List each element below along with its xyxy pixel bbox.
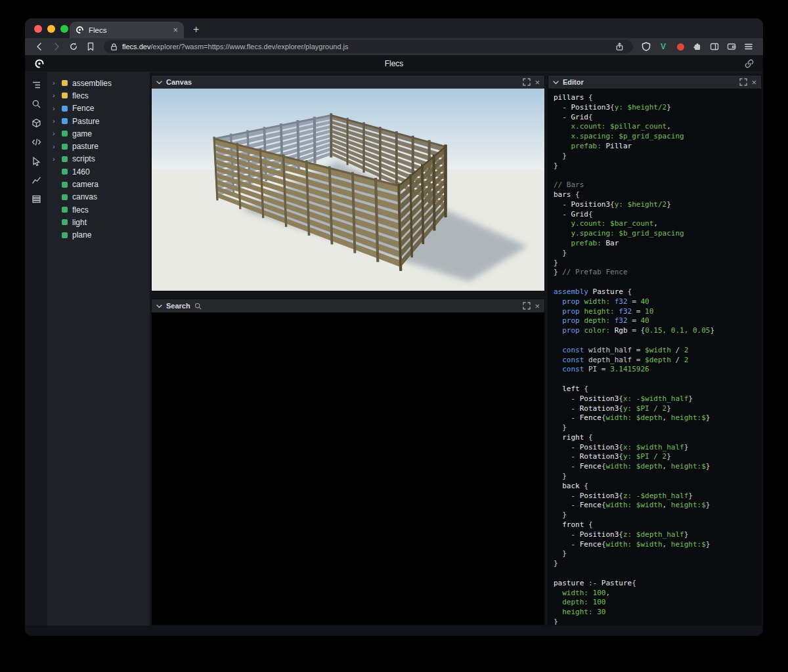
code-line: } [554, 152, 756, 161]
entity-color-square [62, 219, 68, 225]
tab-close-icon[interactable]: × [173, 26, 178, 34]
code-line: - Fence{width: $depth, height:$} [554, 413, 756, 423]
code-line: } [554, 472, 756, 482]
expand-icon[interactable] [523, 78, 531, 86]
address-bar[interactable]: flecs.dev/explorer/?wasm=https://www.fle… [104, 40, 633, 53]
tree-item-pasture[interactable]: › Pasture [47, 115, 150, 127]
tree-item-assemblies[interactable]: › assemblies [47, 77, 150, 89]
stats-icon[interactable] [29, 174, 43, 186]
browser-tab[interactable]: Flecs × [70, 22, 184, 38]
code-line: prefab: Pillar [554, 142, 756, 152]
tree-item-plane[interactable]: › plane [47, 229, 150, 242]
code-line: } [554, 559, 756, 569]
extension-red-icon[interactable] [672, 39, 688, 54]
app-content: › assemblies › flecs › Fence › [25, 72, 763, 625]
code-line: } // Prefab Fence [554, 268, 756, 278]
tree-icon[interactable] [29, 79, 43, 91]
back-button[interactable] [32, 39, 47, 54]
bookmark-sidebar-icon[interactable] [83, 39, 98, 54]
chevron-down-icon[interactable] [553, 80, 559, 85]
chevron-down-icon[interactable] [156, 80, 162, 85]
main-column: Canvas × [150, 72, 546, 625]
forward-button[interactable] [49, 39, 64, 54]
tree-item-flecs[interactable]: › flecs [47, 203, 150, 216]
close-icon[interactable]: × [751, 78, 756, 87]
sidebar-panel-icon[interactable] [707, 39, 722, 54]
panel-title: Editor [563, 78, 584, 86]
code-line: - Position3{x: $width_half} [554, 443, 756, 453]
tree-item-1460[interactable]: › 1460 [47, 165, 150, 178]
expand-chevron-icon[interactable]: › [53, 156, 60, 163]
code-line: } [554, 618, 756, 625]
code-icon[interactable] [29, 136, 43, 148]
code-line: - Fence{width: $width, height:$} [554, 540, 756, 550]
expand-chevron-icon[interactable]: › [53, 105, 60, 112]
search-icon[interactable] [29, 98, 43, 110]
expand-chevron-icon[interactable]: › [53, 79, 60, 87]
chevron-down-icon[interactable] [156, 304, 162, 308]
expand-chevron-icon[interactable]: › [53, 92, 60, 99]
close-icon[interactable]: × [535, 78, 540, 87]
wallet-icon[interactable] [724, 39, 739, 54]
expand-icon[interactable] [739, 78, 747, 86]
vue-devtools-icon[interactable]: V [655, 39, 671, 54]
tree-item-fence[interactable]: › Fence [47, 102, 150, 115]
code-line: bars { [554, 190, 756, 200]
expand-icon[interactable] [523, 302, 531, 310]
code-line: } [554, 511, 756, 520]
code-line: } [554, 161, 756, 171]
left-toolbar [25, 72, 47, 625]
code-line: - Grid{ [554, 210, 756, 220]
pasture-render [152, 89, 544, 291]
tree-item-pasture[interactable]: › pasture [47, 140, 150, 152]
tree-item-label: camera [72, 180, 98, 189]
close-icon[interactable]: × [535, 302, 540, 310]
code-line: assembly Pasture { [554, 287, 756, 297]
tree-item-label: scripts [72, 154, 95, 163]
expand-chevron-icon[interactable]: › [53, 130, 60, 137]
code-line: left { [554, 385, 756, 394]
canvas-panel-header: Canvas × [152, 75, 544, 89]
expand-chevron-icon[interactable]: › [53, 117, 60, 125]
3d-viewport[interactable] [152, 89, 544, 291]
lock-icon [110, 43, 118, 51]
inspect-icon[interactable] [29, 155, 43, 167]
code-line: height: 30 [554, 608, 756, 618]
brave-shield-icon[interactable] [638, 39, 654, 54]
code-line: - Position3{z: -$depth_half} [554, 492, 756, 501]
tree-item-scripts[interactable]: › scripts [47, 153, 150, 165]
code-line [554, 569, 756, 579]
code-line: prop height: f32 = 10 [554, 307, 756, 317]
code-line: - Position3{y: $height/2} [554, 103, 756, 113]
code-line: x.spacing: $p_grid_spacing [554, 132, 756, 142]
entity-color-square [62, 169, 68, 175]
code-line [554, 375, 756, 385]
close-window-button[interactable] [34, 25, 42, 33]
tree-item-canvas[interactable]: › canvas [47, 191, 150, 203]
code-line: pasture :- Pasture{ [554, 579, 756, 589]
tree-item-flecs[interactable]: › flecs [47, 89, 150, 102]
entities-icon[interactable] [29, 117, 43, 129]
tree-item-light[interactable]: › light [47, 216, 150, 228]
browser-toolbar: flecs.dev/explorer/?wasm=https://www.fle… [25, 38, 763, 55]
script-editor[interactable]: pillars { - Position3{y: $height/2} - Gr… [548, 89, 761, 625]
traffic-lights [34, 25, 68, 33]
expand-chevron-icon[interactable]: › [53, 143, 60, 150]
minimize-window-button[interactable] [47, 25, 55, 33]
entity-color-square [62, 232, 68, 238]
tree-item-camera[interactable]: › camera [47, 178, 150, 190]
code-line: prop color: Rgb = {0.15, 0.1, 0.05} [554, 326, 756, 336]
tree-item-game[interactable]: › game [47, 127, 150, 140]
reload-button[interactable] [66, 39, 81, 54]
menu-icon[interactable] [741, 39, 756, 54]
tree-item-label: game [72, 129, 92, 138]
share-icon[interactable] [611, 39, 627, 54]
memory-icon[interactable] [29, 193, 43, 205]
puzzle-extensions-icon[interactable] [690, 39, 705, 54]
code-line: - Rotation3{y: $PI / 2} [554, 452, 756, 462]
tab-title: Flecs [89, 26, 106, 34]
code-line [554, 278, 756, 287]
zoom-window-button[interactable] [60, 25, 68, 33]
entity-color-square [62, 80, 68, 86]
new-tab-button[interactable]: + [193, 24, 199, 35]
